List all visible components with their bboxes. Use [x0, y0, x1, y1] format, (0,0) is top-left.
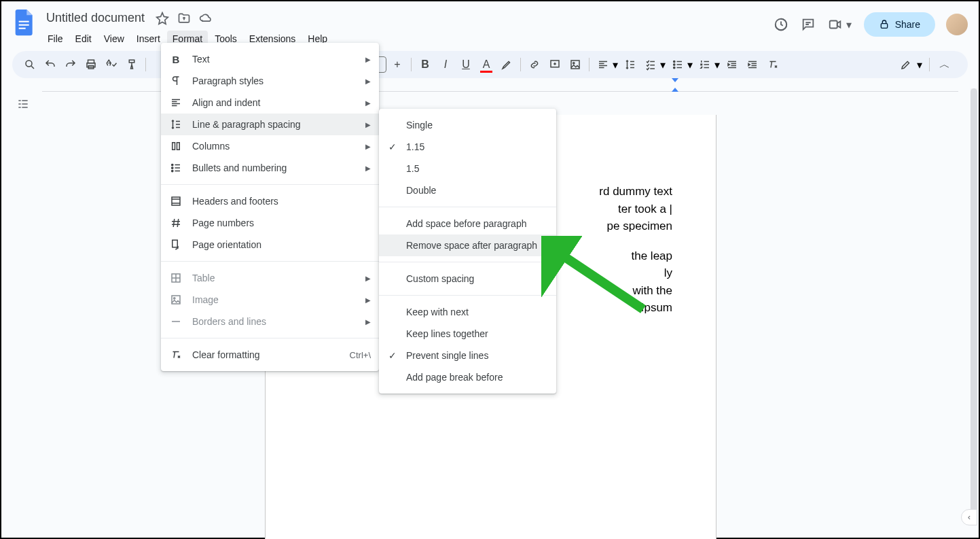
- comments-icon[interactable]: [800, 16, 816, 33]
- header-bar: Untitled document FileEditViewInsertForm…: [1, 1, 979, 47]
- spacing-menu-item[interactable]: Keep lines together: [379, 323, 556, 345]
- italic-icon[interactable]: I: [436, 55, 455, 74]
- check-icon: ✓: [388, 350, 402, 361]
- link-icon[interactable]: [525, 55, 544, 74]
- para-icon: [169, 74, 183, 88]
- clear-icon: [169, 348, 183, 362]
- columns-icon: [169, 139, 183, 153]
- align-icon: [169, 96, 183, 109]
- spacing-menu-item[interactable]: Custom spacing: [379, 268, 556, 290]
- underline-icon[interactable]: U: [456, 55, 475, 74]
- format-menu-item[interactable]: Headers and footers: [161, 190, 379, 212]
- format-menu-item: Borders and lines▶: [161, 311, 379, 332]
- move-folder-icon[interactable]: [177, 12, 191, 25]
- chevron-right-icon: ▶: [365, 164, 371, 172]
- chevron-right-icon: ▶: [365, 77, 371, 85]
- spacing-menu-item[interactable]: Add page break before: [379, 366, 556, 388]
- svg-rect-19: [172, 197, 180, 205]
- editing-mode-icon[interactable]: [896, 55, 915, 74]
- clear-formatting-icon[interactable]: [763, 55, 782, 74]
- bold-icon[interactable]: B: [416, 55, 435, 74]
- chevron-right-icon: ▶: [365, 99, 371, 107]
- svg-point-16: [172, 164, 173, 165]
- spacing-menu-item[interactable]: Single: [379, 114, 556, 136]
- bold-icon: B: [169, 52, 183, 66]
- format-menu-item[interactable]: Clear formattingCtrl+\: [161, 344, 379, 366]
- spacing-menu-item[interactable]: ✓1.15: [379, 136, 556, 158]
- image-icon: [169, 293, 183, 307]
- align-icon[interactable]: [594, 55, 613, 74]
- vertical-ruler[interactable]: [1, 114, 15, 539]
- format-menu-item[interactable]: Bullets and numbering▶: [161, 157, 379, 179]
- cloud-status-icon[interactable]: [199, 12, 213, 25]
- svg-rect-1: [19, 24, 29, 26]
- format-menu-item[interactable]: BText▶: [161, 48, 379, 70]
- format-menu-item[interactable]: Line & paragraph spacing▶: [161, 114, 379, 135]
- font-size-plus-icon[interactable]: +: [388, 55, 407, 74]
- undo-icon[interactable]: [41, 55, 60, 74]
- meet-dropdown-icon[interactable]: ▾: [845, 16, 853, 33]
- text-color-icon[interactable]: A: [477, 55, 496, 74]
- svg-point-14: [674, 64, 675, 65]
- docs-logo[interactable]: [12, 7, 37, 39]
- svg-point-15: [674, 67, 675, 68]
- checklist-icon[interactable]: [641, 55, 660, 74]
- svg-point-12: [573, 63, 575, 64]
- format-menu-item[interactable]: Paragraph styles▶: [161, 70, 379, 92]
- paint-format-icon[interactable]: [122, 55, 141, 74]
- star-icon[interactable]: [156, 12, 169, 25]
- svg-rect-2: [19, 28, 26, 29]
- highlight-icon[interactable]: [497, 55, 516, 74]
- add-comment-icon[interactable]: [545, 55, 564, 74]
- search-icon[interactable]: [20, 55, 39, 74]
- chevron-right-icon: ▶: [365, 275, 371, 282]
- svg-point-23: [174, 298, 175, 299]
- increase-indent-icon[interactable]: [743, 55, 762, 74]
- share-button[interactable]: Share: [864, 12, 935, 37]
- share-label: Share: [895, 19, 920, 30]
- show-side-panel-icon[interactable]: ‹: [961, 509, 977, 525]
- spacing-menu-item[interactable]: Double: [379, 179, 556, 201]
- decrease-indent-icon[interactable]: [723, 55, 742, 74]
- format-menu-item[interactable]: Page numbers: [161, 212, 379, 234]
- spacing-menu-item[interactable]: Keep with next: [379, 301, 556, 323]
- menu-view[interactable]: View: [98, 31, 130, 47]
- format-menu-item[interactable]: Page orientation: [161, 234, 379, 256]
- hf-icon: [169, 194, 183, 208]
- spellcheck-icon[interactable]: [102, 55, 121, 74]
- meet-icon[interactable]: [827, 16, 843, 33]
- hash-icon: [169, 216, 183, 230]
- spacing-menu-item[interactable]: ✓Prevent single lines: [379, 345, 556, 366]
- history-icon[interactable]: [773, 16, 789, 33]
- svg-rect-0: [19, 21, 29, 22]
- svg-point-13: [674, 60, 675, 62]
- spacing-icon: [169, 118, 183, 131]
- spacing-menu-item[interactable]: 1.5: [379, 158, 556, 179]
- line-spacing-icon[interactable]: [621, 55, 640, 74]
- account-avatar[interactable]: [946, 14, 968, 35]
- document-outline-icon[interactable]: [10, 94, 37, 114]
- table-icon: [169, 271, 183, 285]
- redo-icon[interactable]: [61, 55, 80, 74]
- spacing-menu-item[interactable]: Add space before paragraph: [379, 213, 556, 234]
- spacing-menu-item[interactable]: Remove space after paragraph: [379, 234, 556, 256]
- svg-point-18: [172, 170, 173, 171]
- svg-rect-22: [172, 296, 180, 304]
- svg-rect-4: [829, 21, 837, 29]
- check-icon: ✓: [388, 141, 402, 152]
- numbered-list-icon[interactable]: [695, 55, 714, 74]
- format-menu-item[interactable]: Align and indent▶: [161, 92, 379, 114]
- print-icon[interactable]: [81, 55, 101, 74]
- svg-rect-11: [571, 60, 579, 69]
- menubar: FileEditViewInsertFormatToolsExtensionsH…: [42, 29, 773, 47]
- format-menu-item: Image▶: [161, 289, 379, 311]
- format-menu-item[interactable]: Columns▶: [161, 135, 379, 157]
- menu-edit[interactable]: Edit: [70, 31, 97, 47]
- vertical-scrollbar[interactable]: [970, 88, 977, 523]
- insert-image-icon[interactable]: [566, 55, 585, 74]
- collapse-toolbar-icon[interactable]: ︿: [935, 55, 954, 74]
- document-title[interactable]: Untitled document: [42, 10, 149, 27]
- menu-file[interactable]: File: [42, 31, 69, 47]
- bullets-icon: [169, 161, 183, 175]
- bulleted-list-icon[interactable]: [668, 55, 687, 74]
